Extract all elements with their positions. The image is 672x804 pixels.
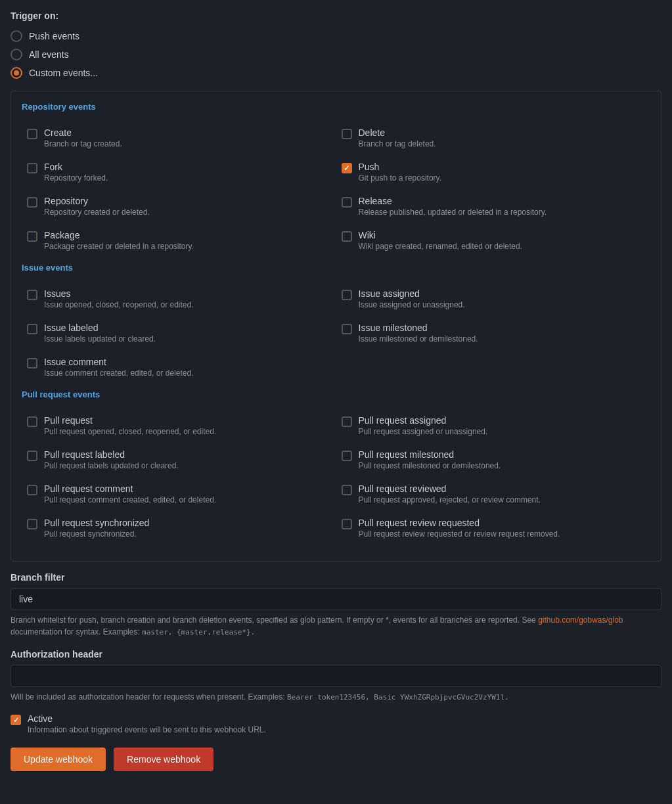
pr-labeled-checkbox[interactable]	[27, 451, 37, 461]
all-events-option[interactable]: All events	[11, 49, 661, 60]
custom-events-radio[interactable]	[11, 67, 22, 79]
push-events-label: Push events	[29, 31, 79, 41]
pr-comment-desc: Pull request comment created, edited, or…	[44, 495, 216, 504]
pr-assigned-checkbox[interactable]	[342, 416, 352, 427]
events-container: Repository events Create Branch or tag c…	[11, 91, 661, 562]
event-issues: Issues Issue opened, closed, reopened, o…	[22, 282, 336, 316]
trigger-label: Trigger on:	[11, 11, 661, 21]
active-checkbox[interactable]	[11, 715, 21, 725]
button-row: Update webhook Remove webhook	[11, 748, 661, 771]
pr-milestoned-name: Pull request milestoned	[359, 449, 501, 460]
event-issue-milestoned: Issue milestoned Issue milestoned or dem…	[336, 316, 651, 350]
pr-milestoned-desc: Pull request milestoned or demilestoned.	[359, 461, 501, 470]
remove-webhook-button[interactable]: Remove webhook	[114, 748, 213, 771]
issue-assigned-desc: Issue assigned or unassigned.	[359, 300, 465, 309]
pr-labeled-name: Pull request labeled	[44, 449, 179, 460]
issue-milestoned-checkbox[interactable]	[342, 324, 352, 334]
issue-comment-name: Issue comment	[44, 357, 193, 367]
event-pr-labeled: Pull request labeled Pull request labels…	[22, 443, 336, 477]
issue-comment-checkbox[interactable]	[27, 358, 37, 368]
pull-request-events-section: Pull request events Pull request Pull re…	[22, 390, 650, 545]
issue-events-section: Issue events Issues Issue opened, closed…	[22, 263, 650, 384]
event-wiki: Wiki Wiki page created, renamed, edited …	[336, 223, 651, 257]
push-checkbox[interactable]	[342, 163, 352, 173]
pr-review-requested-desc: Pull request review requested or review …	[359, 529, 560, 539]
all-events-label: All events	[29, 49, 69, 60]
issue-events-grid: Issues Issue opened, closed, reopened, o…	[22, 282, 650, 384]
repository-events-title: Repository events	[22, 102, 650, 112]
create-name: Create	[44, 127, 122, 138]
repository-events-grid: Create Branch or tag created. Delete Bra…	[22, 121, 650, 257]
release-name: Release	[359, 196, 547, 206]
event-pr-comment: Pull request comment Pull request commen…	[22, 477, 336, 511]
package-checkbox[interactable]	[27, 231, 37, 242]
active-desc: Information about triggered events will …	[28, 725, 266, 734]
pr-review-requested-checkbox[interactable]	[342, 519, 352, 529]
create-checkbox[interactable]	[27, 129, 37, 139]
issue-milestoned-name: Issue milestoned	[359, 323, 478, 333]
event-create: Create Branch or tag created.	[22, 121, 336, 155]
fork-checkbox[interactable]	[27, 163, 37, 173]
pr-synchronized-name: Pull request synchronized	[44, 518, 149, 528]
event-pr-review-requested: Pull request review requested Pull reque…	[336, 511, 651, 545]
branch-filter-hint-text: Branch whitelist for push, branch creati…	[11, 615, 538, 625]
branch-filter-section: Branch filter Branch whitelist for push,…	[11, 572, 661, 638]
pr-synchronized-checkbox[interactable]	[27, 519, 37, 529]
auth-header-label: Authorization header	[11, 649, 661, 659]
pr-comment-checkbox[interactable]	[27, 485, 37, 495]
repository-desc: Repository created or deleted.	[44, 208, 150, 217]
issue-comment-desc: Issue comment created, edited, or delete…	[44, 368, 193, 378]
release-checkbox[interactable]	[342, 197, 352, 208]
delete-checkbox[interactable]	[342, 129, 352, 139]
branch-filter-link[interactable]: github.com/gobwas/glob	[538, 615, 623, 625]
pr-synchronized-desc: Pull request synchronized.	[44, 529, 149, 539]
pr-milestoned-checkbox[interactable]	[342, 451, 352, 461]
delete-name: Delete	[359, 127, 436, 138]
push-events-radio[interactable]	[11, 30, 22, 42]
issue-labeled-checkbox[interactable]	[27, 324, 37, 334]
pr-reviewed-desc: Pull request approved, rejected, or revi…	[359, 495, 541, 504]
repository-checkbox[interactable]	[27, 197, 37, 208]
issue-labeled-name: Issue labeled	[44, 323, 156, 333]
push-events-option[interactable]: Push events	[11, 30, 661, 42]
auth-header-section: Authorization header Will be included as…	[11, 649, 661, 704]
custom-events-label: Custom events...	[29, 68, 98, 78]
branch-filter-input[interactable]	[11, 588, 661, 610]
event-push: Push Git push to a repository.	[336, 155, 651, 189]
fork-desc: Repository forked.	[44, 173, 108, 183]
issue-assigned-checkbox[interactable]	[342, 290, 352, 300]
event-repository: Repository Repository created or deleted…	[22, 189, 336, 223]
event-delete: Delete Branch or tag deleted.	[336, 121, 651, 155]
pr-reviewed-name: Pull request reviewed	[359, 483, 541, 494]
event-pr-reviewed: Pull request reviewed Pull request appro…	[336, 477, 651, 511]
pr-labeled-desc: Pull request labels updated or cleared.	[44, 461, 179, 470]
branch-filter-hint-suffix: documentation for syntax. Examples:	[11, 627, 142, 636]
pr-events-title: Pull request events	[22, 390, 650, 399]
wiki-checkbox[interactable]	[342, 231, 352, 242]
pr-reviewed-checkbox[interactable]	[342, 485, 352, 495]
auth-header-input[interactable]	[11, 665, 661, 687]
package-desc: Package created or deleted in a reposito…	[44, 242, 194, 251]
all-events-radio[interactable]	[11, 49, 22, 60]
issues-checkbox[interactable]	[27, 290, 37, 300]
push-desc: Git push to a repository.	[359, 173, 442, 183]
event-release: Release Release published, updated or de…	[336, 189, 651, 223]
wiki-desc: Wiki page created, renamed, edited or de…	[359, 242, 522, 251]
auth-hint-prefix: Will be included as authorization header…	[11, 692, 287, 702]
pr-desc: Pull request opened, closed, reopened, o…	[44, 427, 216, 436]
custom-events-option[interactable]: Custom events...	[11, 67, 661, 79]
event-pr: Pull request Pull request opened, closed…	[22, 409, 336, 443]
update-webhook-button[interactable]: Update webhook	[11, 748, 106, 771]
auth-hint-examples: Bearer token123456, Basic YWxhZGRpbjpvcG…	[287, 693, 509, 702]
event-issue-placeholder	[336, 350, 651, 384]
pr-comment-name: Pull request comment	[44, 483, 216, 494]
package-name: Package	[44, 230, 194, 240]
pr-name: Pull request	[44, 415, 216, 426]
issue-assigned-name: Issue assigned	[359, 288, 465, 299]
event-issue-assigned: Issue assigned Issue assigned or unassig…	[336, 282, 651, 316]
auth-header-hint: Will be included as authorization header…	[11, 691, 661, 704]
fork-name: Fork	[44, 162, 108, 172]
pr-events-grid: Pull request Pull request opened, closed…	[22, 409, 650, 545]
pr-assigned-desc: Pull request assigned or unassigned.	[359, 427, 488, 436]
pr-checkbox[interactable]	[27, 416, 37, 427]
